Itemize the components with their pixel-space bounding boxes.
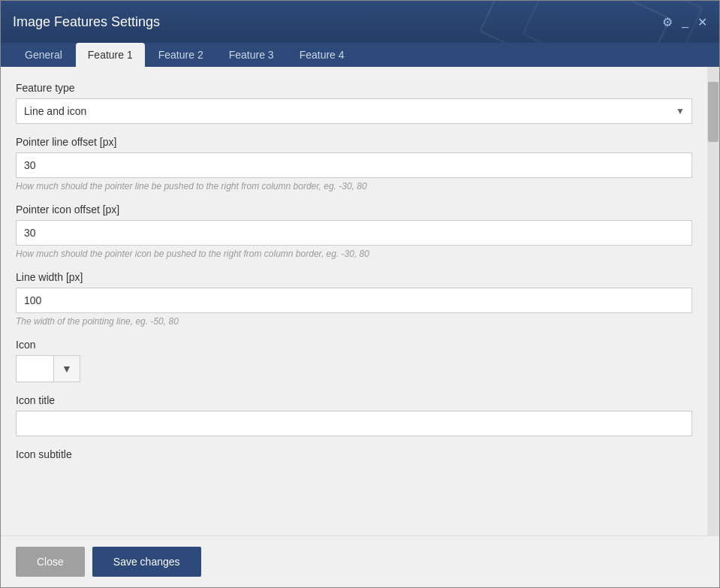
close-icon[interactable]: ✕ xyxy=(697,15,707,29)
minimize-icon[interactable]: _ xyxy=(682,15,688,29)
pointer-icon-offset-hint: How much should the pointer icon be push… xyxy=(16,249,692,259)
pointer-icon-offset-label: Pointer icon offset [px] xyxy=(16,204,692,216)
icon-group: Icon ▼ xyxy=(16,339,692,382)
pointer-line-offset-hint: How much should the pointer line be push… xyxy=(16,181,692,191)
icon-subtitle-group: Icon subtitle xyxy=(16,448,692,460)
main-area: Feature type Line and icon Line only Ico… xyxy=(1,67,719,535)
tab-feature3[interactable]: Feature 3 xyxy=(217,43,286,67)
icon-preview xyxy=(16,355,53,382)
feature-type-group: Feature type Line and icon Line only Ico… xyxy=(16,82,692,124)
footer: Close Save changes xyxy=(1,535,719,587)
icon-title-label: Icon title xyxy=(16,394,692,406)
title-bar: Image Features Settings ⚙ _ ✕ xyxy=(1,1,719,43)
window-title: Image Features Settings xyxy=(13,14,160,30)
pointer-line-offset-group: Pointer line offset [px] How much should… xyxy=(16,136,692,191)
icon-title-group: Icon title xyxy=(16,394,692,436)
icon-subtitle-label: Icon subtitle xyxy=(16,448,692,460)
tab-feature1[interactable]: Feature 1 xyxy=(76,43,145,67)
content-area: Feature type Line and icon Line only Ico… xyxy=(1,67,707,535)
line-width-input[interactable] xyxy=(16,288,692,313)
feature-type-select-wrapper: Line and icon Line only Icon only Text o… xyxy=(16,98,692,124)
pointer-line-offset-input[interactable] xyxy=(16,152,692,178)
gear-icon[interactable]: ⚙ xyxy=(662,15,673,29)
tab-general[interactable]: General xyxy=(13,43,74,67)
icon-title-input[interactable] xyxy=(16,411,692,436)
line-width-hint: The width of the pointing line, eg. -50,… xyxy=(16,316,692,327)
pointer-line-offset-label: Pointer line offset [px] xyxy=(16,136,692,148)
scrollbar-thumb[interactable] xyxy=(708,82,718,142)
window-controls: ⚙ _ ✕ xyxy=(662,15,707,29)
tab-feature2[interactable]: Feature 2 xyxy=(146,43,215,67)
save-button[interactable]: Save changes xyxy=(92,547,201,577)
icon-dropdown-button[interactable]: ▼ xyxy=(53,355,80,382)
tab-feature4[interactable]: Feature 4 xyxy=(288,43,357,67)
pointer-icon-offset-input[interactable] xyxy=(16,220,692,246)
icon-selector: ▼ xyxy=(16,355,692,382)
icon-label: Icon xyxy=(16,339,692,351)
icon-dropdown-arrow: ▼ xyxy=(62,363,72,375)
main-window: Image Features Settings ⚙ _ ✕ General Fe… xyxy=(0,0,720,588)
scrollbar-track[interactable] xyxy=(707,67,719,535)
pointer-icon-offset-group: Pointer icon offset [px] How much should… xyxy=(16,204,692,259)
line-width-label: Line width [px] xyxy=(16,271,692,283)
feature-type-select[interactable]: Line and icon Line only Icon only Text o… xyxy=(16,98,692,124)
feature-type-label: Feature type xyxy=(16,82,692,94)
tab-bar: General Feature 1 Feature 2 Feature 3 Fe… xyxy=(1,43,719,67)
line-width-group: Line width [px] The width of the pointin… xyxy=(16,271,692,327)
close-button[interactable]: Close xyxy=(16,547,85,577)
